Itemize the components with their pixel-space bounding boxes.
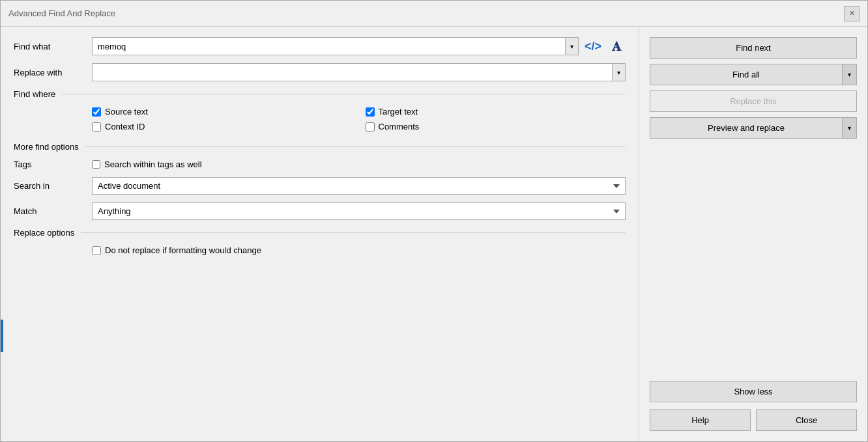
more-find-options-divider bbox=[85, 146, 626, 147]
source-text-checkbox[interactable] bbox=[92, 107, 101, 117]
tags-controls: Search within tags as well bbox=[92, 159, 626, 169]
find-what-input-wrapper: ▾ bbox=[92, 37, 579, 55]
find-next-button[interactable]: Find next bbox=[650, 37, 857, 59]
search-within-tags-label[interactable]: Search within tags as well bbox=[104, 159, 202, 169]
find-all-button-group: Find all ▾ bbox=[650, 64, 857, 85]
search-within-tags-checkbox[interactable] bbox=[92, 160, 100, 169]
find-what-dropdown-button[interactable]: ▾ bbox=[565, 38, 578, 55]
close-button[interactable]: Close bbox=[756, 409, 857, 431]
search-in-controls: Active document All documents Selected d… bbox=[92, 177, 626, 195]
replace-with-input-wrapper: ▾ bbox=[92, 63, 626, 81]
dialog-title: Advanced Find And Replace bbox=[8, 8, 115, 18]
find-where-checkboxes: Source text Target text Context ID Comme… bbox=[92, 107, 626, 131]
dialog: Advanced Find And Replace ✕ Find what ▾ … bbox=[0, 0, 868, 442]
comments-label[interactable]: Comments bbox=[379, 122, 420, 131]
font-case-icon-button[interactable]: 𝐀 bbox=[607, 37, 626, 55]
title-bar: Advanced Find And Replace ✕ bbox=[1, 1, 867, 27]
preview-and-replace-button[interactable]: Preview and replace bbox=[650, 118, 842, 138]
content-area: Find what ▾ </> 𝐀 Replace with bbox=[1, 27, 867, 441]
context-id-checkbox[interactable] bbox=[92, 122, 101, 131]
replace-with-label: Replace with bbox=[14, 68, 92, 77]
replace-options-label: Replace options bbox=[14, 228, 74, 238]
tags-checkbox-row: Search within tags as well bbox=[92, 159, 202, 169]
source-text-checkbox-item: Source text bbox=[92, 107, 353, 117]
show-less-area: Show less bbox=[650, 381, 857, 402]
replace-with-row: Replace with ▾ bbox=[14, 63, 626, 81]
tags-row: Tags Search within tags as well bbox=[14, 159, 626, 169]
angle-brackets-icon: </> bbox=[585, 40, 601, 53]
find-where-divider bbox=[62, 94, 626, 94]
search-in-select[interactable]: Active document All documents Selected d… bbox=[92, 177, 626, 195]
replace-options-section-header: Replace options bbox=[14, 228, 626, 238]
search-in-row: Search in Active document All documents … bbox=[14, 177, 626, 195]
preview-and-replace-arrow-button[interactable]: ▾ bbox=[842, 118, 856, 138]
bottom-buttons: Help Close bbox=[650, 409, 857, 431]
target-text-checkbox-item: Target text bbox=[366, 107, 626, 117]
replace-options-divider bbox=[81, 232, 626, 233]
match-controls: Anything Whole word Regular expression bbox=[92, 202, 626, 220]
do-not-replace-checkbox[interactable] bbox=[92, 246, 101, 255]
preview-replace-button-group: Preview and replace ▾ bbox=[650, 117, 857, 139]
find-what-row: Find what ▾ </> 𝐀 bbox=[14, 37, 626, 55]
find-what-label: Find what bbox=[14, 42, 92, 51]
show-less-button[interactable]: Show less bbox=[650, 381, 857, 402]
replace-with-controls: ▾ bbox=[92, 63, 626, 81]
help-button[interactable]: Help bbox=[650, 409, 751, 431]
comments-checkbox-item: Comments bbox=[366, 122, 626, 131]
more-find-options-label: More find options bbox=[14, 142, 79, 152]
replace-with-dropdown-button[interactable]: ▾ bbox=[612, 64, 625, 81]
match-label: Match bbox=[14, 206, 92, 216]
tags-label: Tags bbox=[14, 159, 92, 169]
find-all-button[interactable]: Find all bbox=[650, 64, 842, 85]
replace-with-input[interactable] bbox=[93, 64, 612, 81]
context-id-checkbox-item: Context ID bbox=[92, 122, 353, 131]
font-case-icon: 𝐀 bbox=[612, 39, 621, 54]
right-panel: Find next Find all ▾ Replace this Previe… bbox=[639, 27, 867, 441]
do-not-replace-label[interactable]: Do not replace if formatting would chang… bbox=[105, 245, 261, 255]
replace-this-button[interactable]: Replace this bbox=[650, 90, 857, 112]
find-what-input[interactable] bbox=[93, 38, 565, 55]
angle-brackets-icon-button[interactable]: </> bbox=[584, 37, 602, 55]
find-all-arrow-button[interactable]: ▾ bbox=[842, 64, 856, 85]
close-titlebar-button[interactable]: ✕ bbox=[844, 6, 860, 21]
close-icon: ✕ bbox=[849, 9, 855, 18]
do-not-replace-row: Do not replace if formatting would chang… bbox=[14, 245, 626, 255]
search-in-label: Search in bbox=[14, 181, 92, 191]
match-row: Match Anything Whole word Regular expres… bbox=[14, 202, 626, 220]
find-where-label: Find where bbox=[14, 89, 55, 99]
do-not-replace-checkbox-item: Do not replace if formatting would chang… bbox=[92, 245, 261, 255]
target-text-checkbox[interactable] bbox=[366, 107, 375, 117]
left-panel: Find what ▾ </> 𝐀 Replace with bbox=[1, 27, 639, 441]
target-text-label[interactable]: Target text bbox=[379, 107, 418, 117]
more-find-options-section-header: More find options bbox=[14, 142, 626, 152]
left-blue-indicator bbox=[1, 320, 3, 352]
source-text-label[interactable]: Source text bbox=[105, 107, 148, 117]
find-what-controls: ▾ </> 𝐀 bbox=[92, 37, 626, 55]
find-where-section-header: Find where bbox=[14, 89, 626, 99]
do-not-replace-controls: Do not replace if formatting would chang… bbox=[92, 245, 626, 255]
match-select[interactable]: Anything Whole word Regular expression bbox=[92, 202, 626, 220]
comments-checkbox[interactable] bbox=[366, 122, 375, 131]
context-id-label[interactable]: Context ID bbox=[105, 122, 145, 131]
